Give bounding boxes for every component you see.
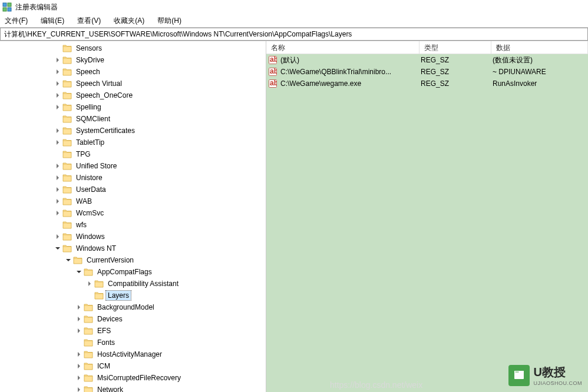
folder-icon [62, 162, 72, 170]
tree-node-label: WcmSvc [74, 208, 105, 218]
tree-node[interactable]: Windows NT [0, 242, 266, 254]
chevron-right-icon[interactable] [53, 67, 62, 77]
values-body[interactable]: ab(默认)REG_SZ(数值未设置)abC:\WeGame\QBBlinkTr… [266, 54, 588, 392]
tree-node[interactable]: UserData [0, 184, 266, 195]
tree-node[interactable]: HostActivityManager [0, 348, 266, 360]
tree-node-label: Sensors [74, 44, 104, 53]
folder-icon [62, 209, 72, 217]
tree-node[interactable]: WAB [0, 195, 266, 207]
tree-scroll[interactable]: SensorsSkyDriveSpeechSpeech VirtualSpeec… [0, 41, 266, 392]
value-data: (数值未设置) [491, 55, 588, 65]
column-name[interactable]: 名称 [266, 41, 419, 54]
chevron-right-icon[interactable] [53, 102, 62, 112]
tree-node-label: Speech Virtual [74, 79, 124, 88]
tree-node[interactable]: Windows [0, 231, 266, 242]
folder-icon [62, 232, 72, 241]
tree-node[interactable]: Sensors [0, 42, 266, 54]
menu-file[interactable]: 文件(F) [2, 15, 30, 27]
values-header: 名称 类型 数据 [266, 41, 588, 54]
tree-node[interactable]: Fonts [0, 337, 266, 348]
chevron-right-icon[interactable] [53, 173, 62, 182]
folder-icon [73, 256, 82, 264]
tree-node-label: UserData [74, 185, 108, 194]
tree-node[interactable]: Unistore [0, 172, 266, 184]
folder-icon [62, 56, 72, 64]
tree-node-label: TPG [74, 150, 93, 159]
chevron-right-icon[interactable] [74, 361, 84, 371]
tree-node[interactable]: SkyDrive [0, 54, 266, 66]
chevron-right-icon[interactable] [74, 314, 84, 324]
string-value-icon: ab [269, 68, 277, 76]
tree-node[interactable]: Speech [0, 66, 266, 78]
svg-text:ab: ab [270, 79, 277, 87]
chevron-right-icon[interactable] [53, 232, 62, 241]
menu-help[interactable]: 帮助(H) [155, 15, 184, 27]
chevron-down-icon[interactable] [64, 255, 73, 265]
chevron-right-icon[interactable] [53, 126, 62, 135]
column-data[interactable]: 数据 [491, 41, 588, 54]
tree-node[interactable]: Compatibility Assistant [0, 278, 266, 290]
chevron-right-icon[interactable] [53, 161, 62, 171]
chevron-right-icon[interactable] [53, 91, 62, 100]
tree-node[interactable]: Spelling [0, 101, 266, 113]
tree-node-label: SQMClient [74, 114, 112, 124]
tree-node-label: SystemCertificates [74, 126, 137, 135]
tree-node[interactable]: Network [0, 384, 266, 392]
chevron-right-icon[interactable] [53, 185, 62, 194]
chevron-right-icon[interactable] [53, 79, 62, 88]
chevron-right-icon[interactable] [53, 55, 62, 65]
folder-icon [84, 350, 93, 358]
tree-node-label: AppCompatFlags [95, 267, 154, 277]
tree-node[interactable]: BackgroundModel [0, 301, 266, 313]
tree-node[interactable]: Speech Virtual [0, 78, 266, 89]
chevron-right-icon[interactable] [74, 326, 84, 335]
chevron-right-icon[interactable] [74, 373, 84, 383]
tree-node[interactable]: WcmSvc [0, 207, 266, 219]
tree-node[interactable]: SystemCertificates [0, 125, 266, 137]
folder-icon [84, 303, 93, 311]
menu-favorites[interactable]: 收藏夹(A) [111, 15, 147, 27]
tree-node[interactable]: wfs [0, 219, 266, 231]
chevron-right-icon[interactable] [74, 303, 84, 312]
chevron-right-icon[interactable] [85, 279, 94, 288]
values-panel: 名称 类型 数据 ab(默认)REG_SZ(数值未设置)abC:\WeGame\… [266, 41, 588, 392]
value-row[interactable]: abC:\WeGame\wegame.exeREG_SZRunAsInvoker [266, 78, 588, 89]
tree-node[interactable]: TPG [0, 148, 266, 160]
tree-node[interactable]: Devices [0, 313, 266, 325]
tree-node-label: BackgroundModel [95, 303, 156, 312]
column-type[interactable]: 类型 [419, 41, 491, 54]
menu-edit[interactable]: 编辑(E) [38, 15, 67, 27]
chevron-right-icon[interactable] [53, 138, 62, 147]
tree-node[interactable]: CurrentVersion [0, 254, 266, 266]
folder-icon [62, 197, 72, 205]
svg-rect-3 [8, 8, 11, 11]
chevron-right-icon[interactable] [53, 197, 62, 206]
menu-bar: 文件(F) 编辑(E) 查看(V) 收藏夹(A) 帮助(H) [0, 14, 588, 27]
window-title: 注册表编辑器 [15, 2, 58, 12]
folder-icon [84, 338, 93, 347]
value-name: C:\WeGame\wegame.exe [279, 79, 419, 88]
folder-icon [62, 174, 72, 182]
tree-node[interactable]: EFS [0, 325, 266, 337]
chevron-right-icon[interactable] [53, 208, 62, 218]
tree-node-label: Speech_OneCore [74, 91, 134, 100]
menu-view[interactable]: 查看(V) [75, 15, 103, 27]
tree-node[interactable]: Speech_OneCore [0, 89, 266, 101]
value-row[interactable]: ab(默认)REG_SZ(数值未设置) [266, 54, 588, 66]
chevron-down-icon[interactable] [53, 244, 62, 253]
tree-node-label: Windows NT [74, 244, 118, 253]
chevron-down-icon[interactable] [74, 267, 84, 277]
tree-node[interactable]: Layers [0, 290, 266, 301]
tree-node[interactable]: ICM [0, 360, 266, 372]
tree-node[interactable]: SQMClient [0, 113, 266, 125]
folder-icon [84, 386, 93, 392]
tree-node[interactable]: TabletTip [0, 137, 266, 148]
chevron-right-icon[interactable] [74, 385, 84, 392]
tree-node[interactable]: AppCompatFlags [0, 266, 266, 278]
tree-node[interactable]: Unified Store [0, 160, 266, 172]
tree-node[interactable]: MsiCorruptedFileRecovery [0, 372, 266, 384]
value-row[interactable]: abC:\WeGame\QBBlinkTrial\minibro...REG_S… [266, 66, 588, 78]
chevron-right-icon[interactable] [74, 350, 84, 359]
address-input[interactable] [0, 28, 588, 41]
toggle-spacer [74, 338, 84, 347]
